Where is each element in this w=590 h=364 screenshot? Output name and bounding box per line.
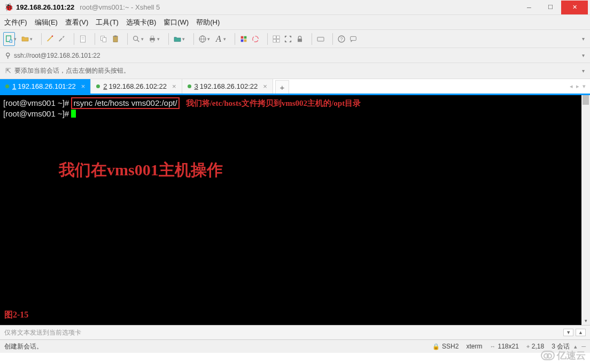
hint-overflow-icon[interactable]: ▾ (582, 68, 585, 74)
terminal[interactable]: [root@vms001 ~]# rsync /etc/hosts vms002… (0, 95, 590, 325)
tab-strip: 1 192.168.26.101:22 × 2 192.168.26.102:2… (0, 79, 590, 95)
sessions-icon[interactable] (270, 32, 282, 46)
terminal-line-2: [root@vms001 ~]# (3, 109, 587, 119)
menu-view[interactable]: 查看(V) (65, 18, 88, 27)
menu-tabs[interactable]: 选项卡(B) (126, 18, 156, 27)
font-icon[interactable]: A (213, 32, 224, 46)
tab-next-icon[interactable]: ▸ (576, 83, 579, 90)
svg-rect-8 (113, 36, 118, 42)
close-icon[interactable]: × (81, 82, 86, 90)
onedrive-icon[interactable] (250, 32, 261, 46)
lock-icon[interactable] (294, 32, 306, 46)
tab-label: 192.168.26.102:22 (109, 82, 167, 90)
toolbar-overflow-icon[interactable]: ▾ (582, 36, 587, 42)
tab-1[interactable]: 1 192.168.26.101:22 × (0, 79, 91, 94)
dropdown-icon[interactable]: ▾ (182, 36, 188, 42)
lock-icon: 🔒 (432, 343, 440, 350)
chat-icon[interactable] (347, 32, 359, 46)
address-url[interactable]: ssh://root@192.168.26.101:22 (14, 52, 100, 59)
watermark: 亿速云 (541, 349, 586, 362)
svg-rect-13 (151, 36, 153, 37)
tab-label: 192.168.26.102:22 (200, 82, 258, 90)
menu-bar: 文件(F) 编辑(E) 查看(V) 工具(T) 选项卡(B) 窗口(W) 帮助(… (0, 15, 590, 30)
svg-rect-27 (317, 37, 324, 41)
address-overflow-icon[interactable]: ▾ (582, 52, 585, 58)
dropdown-icon[interactable]: ▾ (14, 36, 19, 42)
print-icon[interactable] (146, 32, 158, 46)
xftp-icon[interactable] (172, 32, 183, 46)
terminal-line-1: [root@vms001 ~]# rsync /etc/hosts vms002… (3, 97, 587, 109)
dropdown-icon[interactable]: ▾ (30, 36, 35, 42)
new-session-icon[interactable] (3, 32, 15, 46)
dropdown-icon[interactable]: ▾ (207, 36, 213, 42)
svg-text:?: ? (340, 36, 343, 42)
separator (168, 33, 169, 45)
menu-tools[interactable]: 工具(T) (96, 18, 119, 27)
dropdown-icon[interactable]: ▾ (157, 36, 162, 42)
svg-rect-23 (277, 36, 280, 38)
svg-rect-20 (241, 39, 244, 42)
maximize-button[interactable]: ☐ (540, 1, 561, 14)
minimize-button[interactable]: ─ (518, 1, 540, 14)
menu-edit[interactable]: 编辑(E) (35, 18, 58, 27)
disconnect-icon[interactable] (56, 32, 68, 46)
svg-rect-24 (273, 39, 276, 42)
window-controls: ─ ☐ ✕ (518, 1, 588, 14)
open-folder-icon[interactable] (19, 32, 31, 46)
scrollbar[interactable]: ▾ (581, 95, 590, 325)
menu-file[interactable]: 文件(F) (4, 18, 27, 27)
toolbar: ▾ ▾ ▾ ▾ ▾ ▾ A ▾ (0, 30, 590, 48)
close-button[interactable]: ✕ (561, 1, 588, 14)
send-dropdown[interactable]: ▼ ▲ (561, 329, 586, 336)
status-term-type: xterm (466, 343, 482, 350)
dropdown-icon[interactable]: ▾ (223, 36, 229, 42)
color-scheme-icon[interactable] (238, 32, 250, 46)
separator (332, 33, 333, 45)
svg-rect-25 (277, 39, 280, 42)
add-tab-button[interactable]: + (275, 80, 289, 94)
tab-list-icon[interactable]: ▾ (583, 83, 586, 90)
command-text: rsync /etc/hosts vms002:/opt/ (73, 98, 177, 107)
reconnect-icon[interactable] (44, 32, 56, 46)
fullscreen-icon[interactable] (282, 32, 294, 46)
tab-prev-icon[interactable]: ◂ (570, 83, 573, 90)
keyboard-icon[interactable] (315, 32, 327, 46)
svg-rect-22 (273, 36, 276, 38)
svg-point-2 (52, 35, 53, 37)
svg-line-11 (137, 40, 139, 42)
chevron-up-icon[interactable]: ▲ (576, 329, 586, 336)
globe-icon[interactable] (197, 32, 208, 46)
tab-nav: ◂ ▸ ▾ (566, 79, 590, 94)
window-title-main: 192.168.26.101:22 (16, 3, 74, 11)
tab-2[interactable]: 2 192.168.26.102:22 × (91, 79, 182, 94)
separator (41, 33, 42, 45)
help-icon[interactable]: ? (336, 32, 347, 46)
separator (74, 33, 74, 45)
arrow-add-icon[interactable]: ⇱ (5, 67, 11, 75)
tab-num: 2 (103, 82, 107, 90)
separator (235, 33, 235, 45)
chevron-down-icon[interactable]: ▼ (563, 329, 573, 336)
status-bar: 创建新会话。 🔒SSH2 xterm ↔118x21 ⌖2,18 3 会话 ▴ … (0, 340, 590, 353)
send-input[interactable]: 仅将文本发送到当前选项卡 (4, 328, 81, 337)
send-input-bar: 仅将文本发送到当前选项卡 ▼ ▲ (0, 325, 590, 340)
paste-icon[interactable] (110, 32, 121, 46)
connect-icon[interactable]: ⚲ (5, 51, 11, 59)
scrollbar-thumb[interactable] (583, 95, 589, 105)
close-icon[interactable]: × (172, 82, 176, 90)
menu-help[interactable]: 帮助(H) (196, 18, 220, 27)
properties-icon[interactable] (77, 32, 89, 46)
scrollbar-down-icon[interactable]: ▾ (581, 316, 590, 325)
tab-3[interactable]: 3 192.168.26.102:22 × (182, 79, 273, 94)
copy-icon[interactable] (98, 32, 110, 46)
find-icon[interactable] (130, 32, 142, 46)
status-dot-icon (5, 84, 9, 88)
annotation-text: 我们将/etc/hosts文件拷贝到vms002主机的/opt目录 (186, 99, 361, 107)
hint-bar: ⇱ 要添加当前会话，点击左侧的箭头按钮。 ▾ (0, 63, 590, 79)
menu-window[interactable]: 窗口(W) (164, 18, 189, 27)
close-icon[interactable]: × (263, 82, 267, 90)
status-dot-icon (96, 84, 100, 88)
dropdown-icon[interactable]: ▾ (141, 36, 146, 42)
svg-rect-7 (103, 37, 106, 42)
svg-rect-14 (151, 40, 153, 42)
